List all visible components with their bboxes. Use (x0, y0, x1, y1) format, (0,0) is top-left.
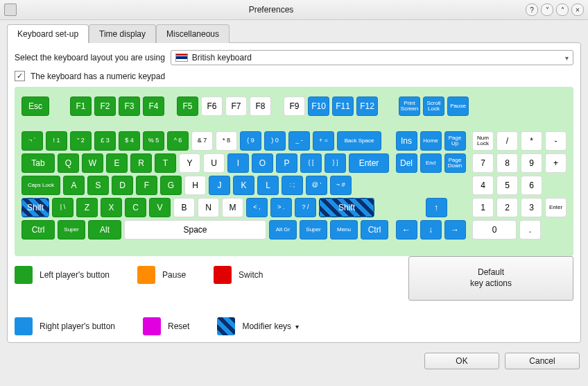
tab-miscellaneous[interactable]: Miscellaneous (156, 24, 230, 43)
key-y[interactable]: Y (179, 153, 200, 173)
tab-keyboard-setup[interactable]: Keyboard set-up (7, 24, 89, 43)
key-f1[interactable]: F1 (70, 96, 92, 116)
key-num-9[interactable]: 9 (521, 153, 542, 173)
maximize-button[interactable]: ˄ (556, 3, 569, 16)
key-v[interactable]: V (149, 198, 171, 217)
key-capslock[interactable]: Caps Lock (21, 176, 60, 195)
key-lbracket[interactable]: { [ (300, 153, 322, 173)
key-f7[interactable]: F7 (225, 96, 247, 116)
key-scrolllock[interactable]: Scroll Lock (423, 96, 444, 116)
key-lshift[interactable]: Shift (21, 198, 49, 217)
key-num-8[interactable]: 8 (496, 153, 518, 173)
key-0[interactable]: ) 0 (264, 131, 286, 151)
key-p[interactable]: P (276, 153, 297, 173)
key-q[interactable]: Q (58, 153, 79, 173)
key-f3[interactable]: F3 (119, 96, 140, 116)
key-1[interactable]: ! 1 (46, 131, 67, 151)
key-end[interactable]: End (420, 153, 442, 173)
minimize-button[interactable]: ˅ (541, 3, 553, 16)
key-f4[interactable]: F4 (143, 96, 164, 116)
key-lctrl[interactable]: Ctrl (21, 220, 55, 240)
key-hash[interactable]: ~ # (330, 176, 352, 195)
key-9[interactable]: ( 9 (240, 131, 261, 151)
key-menu[interactable]: Menu (330, 220, 358, 240)
key-num-minus[interactable]: - (545, 131, 567, 151)
key-esc[interactable]: Esc (21, 96, 49, 116)
key-pagedown[interactable]: Page Down (444, 153, 466, 173)
key-num-star[interactable]: * (521, 131, 542, 151)
numpad-checkbox[interactable]: ✓ (15, 71, 25, 81)
key-num-6[interactable]: 6 (521, 176, 542, 195)
key-g[interactable]: G (160, 176, 182, 195)
key-f8[interactable]: F8 (250, 96, 271, 116)
key-b[interactable]: B (173, 198, 195, 217)
key-enter[interactable]: Enter (349, 153, 389, 173)
key-x[interactable]: X (101, 198, 122, 217)
key-arrow-up[interactable]: ↑ (426, 198, 447, 217)
key-num-enter[interactable]: Enter (545, 198, 567, 217)
key-arrow-down[interactable]: ↓ (420, 220, 442, 240)
key-d[interactable]: D (112, 176, 133, 195)
key-num-3[interactable]: 3 (521, 198, 542, 217)
key-e[interactable]: E (106, 153, 128, 173)
help-button[interactable]: ? (526, 3, 538, 16)
key-arrow-right[interactable]: → (444, 220, 466, 240)
key-num-7[interactable]: 7 (472, 153, 494, 173)
default-key-actions-button[interactable]: Default key actions (408, 256, 573, 301)
key-lsuper[interactable]: Super (58, 220, 85, 240)
key-2[interactable]: " 2 (70, 131, 92, 151)
ok-button[interactable]: OK (424, 353, 499, 369)
key-delete[interactable]: Del (396, 153, 417, 173)
key-f11[interactable]: F11 (332, 96, 354, 116)
key-pageup[interactable]: Page Up (444, 131, 466, 151)
key-space[interactable]: Space (124, 220, 266, 240)
key-pause[interactable]: Pause (447, 96, 469, 116)
key-f5[interactable]: F5 (177, 96, 198, 116)
key-comma[interactable]: < , (246, 198, 268, 217)
key-home[interactable]: Home (420, 131, 442, 151)
key-backtick[interactable]: ¬ ` (21, 131, 43, 151)
key-num-2[interactable]: 2 (496, 198, 518, 217)
key-5[interactable]: % 5 (143, 131, 164, 151)
key-period[interactable]: > . (270, 198, 292, 217)
key-n[interactable]: N (198, 198, 219, 217)
key-s[interactable]: S (87, 176, 109, 195)
key-6[interactable]: ^ 6 (167, 131, 189, 151)
tab-time-display[interactable]: Time display (89, 24, 156, 43)
key-arrow-left[interactable]: ← (396, 220, 417, 240)
key-printscreen[interactable]: Print Screen (399, 96, 420, 116)
key-num-slash[interactable]: / (496, 131, 518, 151)
key-r[interactable]: R (130, 153, 152, 173)
key-f[interactable]: F (136, 176, 157, 195)
key-t[interactable]: T (155, 153, 176, 173)
key-4[interactable]: $ 4 (119, 131, 140, 151)
key-h[interactable]: H (184, 176, 206, 195)
key-num-4[interactable]: 4 (472, 176, 494, 195)
key-tab[interactable]: Tab (21, 153, 55, 173)
key-z[interactable]: Z (76, 198, 98, 217)
key-num-plus[interactable]: + (545, 153, 567, 173)
key-rctrl[interactable]: Ctrl (361, 220, 388, 240)
key-3[interactable]: £ 3 (94, 131, 116, 151)
layout-select[interactable]: British keyboard ▾ (171, 50, 573, 65)
key-num-1[interactable]: 1 (472, 198, 494, 217)
key-o[interactable]: O (252, 153, 273, 173)
key-a[interactable]: A (63, 176, 85, 195)
key-rsuper[interactable]: Super (300, 220, 327, 240)
key-j[interactable]: J (209, 176, 230, 195)
key-altgr[interactable]: Alt Gr (269, 220, 297, 240)
key-slash[interactable]: ? / (295, 198, 316, 217)
key-numlock[interactable]: Num Lock (472, 131, 494, 151)
key-f9[interactable]: F9 (284, 96, 305, 116)
key-num-5[interactable]: 5 (496, 176, 518, 195)
key-c[interactable]: C (125, 198, 146, 217)
key-7[interactable]: & 7 (191, 131, 213, 151)
key-k[interactable]: K (233, 176, 254, 195)
key-semicolon[interactable]: : ; (282, 176, 303, 195)
key-apostrophe[interactable]: @ ' (306, 176, 327, 195)
key-u[interactable]: U (203, 153, 225, 173)
key-equals[interactable]: + = (313, 131, 334, 151)
key-lalt[interactable]: Alt (88, 220, 121, 240)
key-f10[interactable]: F10 (308, 96, 329, 116)
key-m[interactable]: M (222, 198, 243, 217)
